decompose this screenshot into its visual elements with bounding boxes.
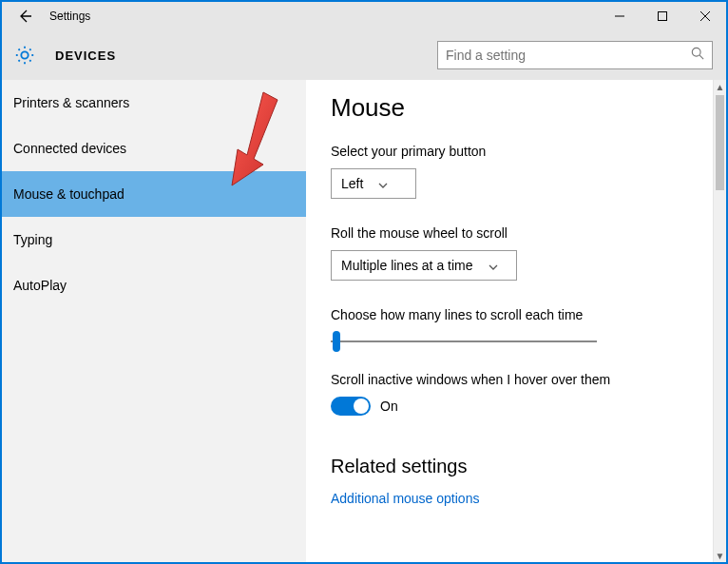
titlebar: Settings — [2, 2, 726, 30]
sidebar-item-connected-devices[interactable]: Connected devices — [2, 126, 306, 171]
lines-slider[interactable] — [331, 332, 597, 351]
sidebar-item-printers-scanners[interactable]: Printers & scanners — [2, 80, 306, 126]
settings-window: Settings DEVICES — [0, 0, 728, 564]
vertical-scrollbar[interactable]: ▲ ▼ — [713, 80, 726, 562]
lines-slider-label: Choose how many lines to scroll each tim… — [331, 307, 701, 322]
maximize-button[interactable] — [641, 2, 683, 30]
sidebar-item-label: Printers & scanners — [13, 95, 129, 110]
arrow-left-icon — [17, 9, 32, 24]
sidebar-item-mouse-touchpad[interactable]: Mouse & touchpad — [2, 171, 306, 217]
scroll-wheel-select[interactable]: Multiple lines at a time — [331, 250, 517, 281]
sidebar: Printers & scanners Connected devices Mo… — [2, 80, 306, 562]
svg-point-4 — [692, 48, 700, 56]
sidebar-item-label: AutoPlay — [13, 278, 67, 293]
primary-button-label: Select your primary button — [331, 144, 701, 159]
scroll-wheel-label: Roll the mouse wheel to scroll — [331, 225, 701, 241]
sidebar-item-typing[interactable]: Typing — [2, 217, 306, 263]
minimize-icon — [615, 11, 624, 21]
hover-scroll-toggle[interactable] — [331, 397, 371, 416]
search-box[interactable] — [437, 41, 713, 69]
body: Printers & scanners Connected devices Mo… — [2, 80, 726, 562]
search-input[interactable] — [446, 48, 691, 63]
select-value: Multiple lines at a time — [341, 258, 473, 273]
header: DEVICES — [2, 30, 726, 80]
toggle-knob — [354, 399, 369, 414]
chevron-down-icon — [489, 258, 498, 273]
header-title: DEVICES — [55, 49, 116, 63]
scroll-down-button[interactable]: ▼ — [714, 549, 726, 562]
main-panel: Mouse Select your primary button Left Ro… — [306, 80, 726, 562]
primary-button-select[interactable]: Left — [331, 168, 416, 199]
page-heading: Mouse — [331, 93, 701, 123]
scroll-up-button[interactable]: ▲ — [714, 80, 726, 93]
maximize-icon — [658, 11, 667, 21]
related-settings-heading: Related settings — [331, 456, 701, 477]
svg-line-5 — [699, 55, 703, 59]
scrollbar-thumb[interactable] — [716, 95, 724, 190]
slider-thumb[interactable] — [333, 331, 340, 352]
hover-scroll-label: Scroll inactive windows when I hover ove… — [331, 372, 701, 387]
sidebar-item-autoplay[interactable]: AutoPlay — [2, 263, 306, 308]
additional-mouse-options-link[interactable]: Additional mouse options — [331, 491, 701, 506]
select-value: Left — [341, 176, 363, 191]
chevron-down-icon — [378, 176, 388, 191]
sidebar-item-label: Connected devices — [13, 141, 126, 156]
back-button[interactable] — [13, 9, 36, 24]
window-title: Settings — [49, 10, 90, 23]
svg-rect-1 — [658, 12, 666, 21]
slider-track — [331, 340, 597, 342]
sidebar-item-label: Mouse & touchpad — [13, 186, 125, 202]
search-icon — [691, 47, 704, 64]
close-button[interactable] — [683, 2, 726, 30]
gear-icon — [13, 44, 36, 67]
toggle-state-text: On — [380, 399, 398, 414]
sidebar-item-label: Typing — [13, 232, 52, 247]
window-controls — [598, 2, 726, 30]
minimize-button[interactable] — [598, 2, 641, 30]
close-icon — [700, 11, 710, 21]
